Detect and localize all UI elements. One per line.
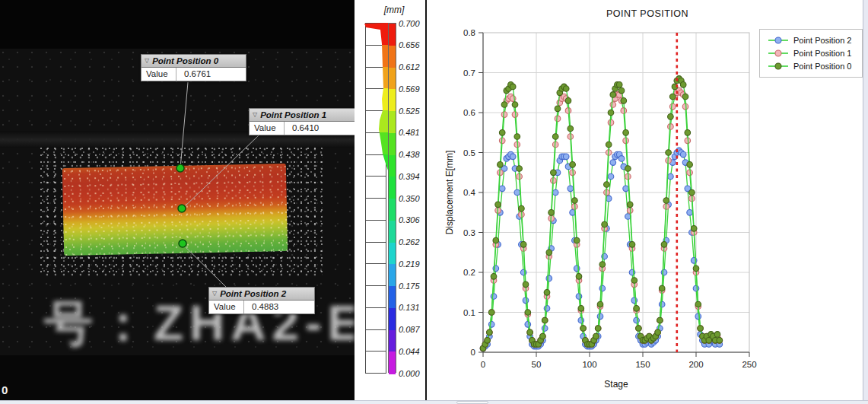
colorbar-segment [389,89,396,111]
svg-text:0.6: 0.6 [463,108,475,117]
colorbar-tick-label: 0.656 [399,40,426,49]
collapse-triangle-icon[interactable]: ▽ [212,291,217,297]
histogram-cell [365,329,386,352]
x-axis-label: Stage [571,379,662,390]
svg-text:0.5: 0.5 [463,148,475,157]
histogram-cell [365,132,386,155]
svg-text:100: 100 [582,360,596,369]
colorbar-segment [389,330,396,352]
colorbar-segment [389,68,396,90]
legend-label: Point Position 0 [793,62,851,71]
histogram-cell [365,67,386,90]
colorbar-tick-label: 0.612 [399,62,426,72]
annotation-point-position-2[interactable]: ▽ Point Position 2 Value 0.4883 [208,287,315,314]
svg-text:0.8: 0.8 [463,28,475,37]
chart-title: POINT POSITION [427,8,868,19]
colorbar-unit-label: [mm] [373,5,415,15]
histogram-cell [365,110,386,133]
gridlines [483,33,749,352]
histogram-cell [365,23,386,46]
colorbar-tick-label: 0.394 [399,172,426,181]
value-field-label: Value [250,122,285,135]
colorbar-segment [389,308,396,330]
y-axis-label: Displacement E[mm] [444,151,455,235]
legend-marker-icon [768,49,789,57]
camera-view-panel: 号：ZHA2-E ▽ Point Position 0 Value 0.6761 [0,0,355,400]
colorbar-panel: [mm] 0.7000.6560.6120.5690.5250.4810.438… [355,0,427,400]
collapse-triangle-icon[interactable]: ▽ [145,58,149,64]
histogram-cell [365,88,386,111]
legend-item-point-position-0[interactable]: Point Position 0 [768,62,856,71]
value-field: 0.6410 [285,122,355,135]
histogram-cell [365,198,386,221]
colorbar-segment [389,24,396,46]
colorbar-segment [389,243,396,265]
histogram-cell [365,242,386,265]
colorbar-tick-label: 0.175 [399,282,426,291]
colorbar-segment [389,46,396,68]
colorbar-tick-label: 0.306 [399,215,426,224]
colorbar-histogram [365,23,386,373]
legend-item-point-position-2[interactable]: Point Position 2 [768,36,856,45]
colorbar-segment [389,199,396,221]
colorbar-segment [389,264,396,286]
svg-text:0.7: 0.7 [463,68,475,78]
window-right-edge [863,0,868,404]
colorbar-tick-label: 0.525 [399,107,426,116]
svg-text:0.2: 0.2 [463,268,475,277]
horizontal-scrollbar[interactable] [0,400,868,404]
scrollbar-thumb[interactable] [456,401,488,404]
camera-top-bar [0,0,355,49]
svg-text:150: 150 [635,360,650,369]
colorbar-tick-label: 0.438 [399,150,426,159]
histogram-cell [365,154,386,177]
colorbar-tick-label: 0.262 [399,237,426,247]
colorbar-scale [388,23,396,373]
value-field-label: Value [209,301,244,313]
legend-item-point-position-1[interactable]: Point Position 1 [768,49,856,58]
svg-text:0.3: 0.3 [463,228,475,237]
stage-indicator: 0 [2,383,8,396]
histogram-cell [365,307,386,330]
colorbar-tick-label: 0.350 [399,194,426,203]
colorbar-tick-label: 0.700 [399,19,426,28]
svg-text:250: 250 [742,360,756,369]
colorbar-tick-label: 0.481 [399,128,426,137]
colorbar-segment [389,133,396,155]
colorbar-segment [389,177,396,199]
histogram-cell [365,351,386,374]
colorbar-tick-label: 0.000 [399,369,426,378]
svg-text:0: 0 [481,360,485,369]
svg-text:0.4: 0.4 [463,188,476,197]
colorbar-segment [389,286,396,308]
histogram-cell [365,285,386,308]
svg-text:50: 50 [532,360,542,369]
annotation-title: Point Position 1 [260,110,326,119]
histogram-cell [365,220,386,243]
legend-label: Point Position 1 [793,49,851,58]
collapse-triangle-icon[interactable]: ▽ [253,112,257,118]
svg-text:200: 200 [688,360,703,369]
colorbar-tick-label: 0.569 [399,84,426,94]
camera-bottom-bar [0,355,355,400]
legend-label: Point Position 2 [793,36,851,45]
colorbar-segment [389,221,396,243]
legend-marker-icon [768,62,789,70]
annotation-point-position-1[interactable]: ▽ Point Position 1 Value 0.6410 [249,108,355,135]
colorbar-segment [389,111,396,133]
colorbar-tick-label: 0.219 [399,259,426,269]
value-field: 0.6761 [176,68,246,81]
annotation-title: Point Position 0 [152,56,218,65]
legend-marker-icon [768,37,789,44]
specimen-displacement-colormap [62,164,288,256]
histogram-cell [365,176,386,199]
value-field: 0.4883 [244,301,314,313]
colorbar-tick-label: 0.087 [399,325,426,334]
value-field-label: Value [141,68,176,81]
colorbar-segment [389,352,396,374]
colorbar-tick-label: 0.131 [399,303,426,312]
dic-measurement-app: 号：ZHA2-E ▽ Point Position 0 Value 0.6761 [0,0,868,404]
annotation-point-position-0[interactable]: ▽ Point Position 0 Value 0.6761 [141,54,246,81]
histogram-cell [365,45,386,68]
colorbar-tick-label: 0.044 [399,347,426,356]
